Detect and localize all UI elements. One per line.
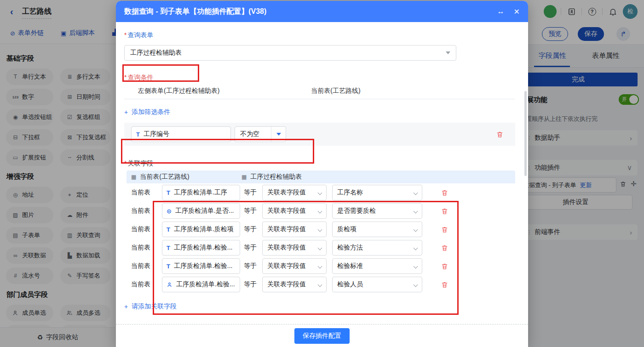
relation-value-select[interactable]: 工序名称: [332, 185, 422, 200]
delete-row-icon[interactable]: [441, 207, 448, 215]
delete-row-icon[interactable]: [441, 189, 448, 197]
text-field-icon: T: [167, 226, 170, 233]
delete-row-icon[interactable]: [441, 226, 448, 233]
plus-icon: +: [124, 303, 128, 310]
save-plugin-config-button[interactable]: 保存插件配置: [294, 328, 350, 344]
relation-mid-select[interactable]: 关联表字段值: [262, 277, 327, 292]
add-relation-field-link[interactable]: + 请添加关联字段: [124, 302, 177, 311]
person-field-icon: [167, 282, 172, 288]
relation-row: 当前表 T工序质检清单.工序 等于 关联表字段值 工序名称: [126, 183, 515, 202]
chevron-down-icon: [414, 264, 418, 268]
dropdown-arrow-icon: [446, 51, 450, 54]
divider: [124, 99, 515, 99]
grid-icon: ▦: [242, 174, 247, 180]
chevron-down-icon: [414, 282, 418, 287]
query-form-value: 工序过程检辅助表: [130, 49, 182, 57]
relation-value-select[interactable]: 检验标准: [332, 258, 422, 274]
text-field-icon: T: [167, 189, 170, 196]
relation-right-table: 工序过程检辅助表: [250, 173, 302, 181]
relation-row: 当前表 T工序质检清单.检验... 等于 关联表字段值 检验方法: [126, 239, 515, 257]
text-field-icon: T: [167, 245, 170, 251]
relation-row: 当前表 T工序质检清单.质检项 等于 关联表字段值 质检项: [126, 220, 515, 239]
relation-table: ▦ 当前表(工艺路线) ▦ 工序过程检辅助表 当前表 T工序质检清单.工序 等于…: [126, 171, 515, 294]
delete-row-icon[interactable]: [441, 262, 448, 270]
relation-field-input[interactable]: T工序质检清单.工序: [162, 185, 240, 200]
chevron-down-icon: [318, 190, 322, 195]
text-field-icon: T: [136, 131, 140, 138]
chevron-down-icon: [414, 245, 418, 250]
chevron-down-icon: [318, 245, 322, 250]
relation-field-input[interactable]: T工序质检清单.质检项: [162, 222, 240, 237]
relation-field-input[interactable]: T工序质检清单.检验...: [162, 258, 240, 274]
query-form-label: 查询表单: [124, 22, 515, 40]
relation-row: 当前表 T工序质检清单.检验... 等于 关联表字段值 检验标准: [126, 257, 515, 275]
condition-right-header: 当前表(工艺路线): [311, 87, 360, 95]
relation-row: 当前表 工序质检清单.检验... 等于 关联表字段值 检验人员: [126, 275, 515, 294]
relation-table-header: ▦ 当前表(工艺路线) ▦ 工序过程检辅助表: [126, 171, 515, 183]
expand-icon[interactable]: ↔: [497, 7, 505, 16]
chevron-down-icon: [318, 209, 322, 213]
relation-field-input[interactable]: T工序质检清单.检验...: [162, 240, 240, 256]
chevron-down-icon: [318, 264, 322, 268]
delete-row-icon[interactable]: [441, 244, 448, 252]
chevron-down-icon: [414, 227, 418, 232]
relation-field-input[interactable]: ⊙工序质检清单.是否...: [162, 203, 240, 219]
filter-operator-select[interactable]: 不为空: [235, 126, 286, 142]
filter-condition-row: T 工序编号 不为空: [124, 123, 515, 146]
relation-mid-select[interactable]: 关联表字段值: [262, 240, 327, 256]
chevron-down-icon: [414, 209, 418, 213]
chevron-down-icon: [414, 190, 418, 195]
relation-value-select[interactable]: 检验方法: [332, 240, 422, 256]
relation-row: 当前表 ⊙工序质检清单.是否... 等于 关联表字段值 是否需要质检: [126, 202, 515, 220]
query-condition-label: 查询条件: [124, 61, 515, 82]
plugin-config-modal: 数据查询 - 到子表单【功能插件配置】(V38) ↔ ✕ 查询表单 工序过程检辅…: [116, 1, 528, 347]
relation-value-select[interactable]: 质检项: [332, 222, 422, 237]
condition-left-header: 左侧表单(工序过程检辅助表): [138, 87, 219, 95]
operator-dropdown-button[interactable]: [271, 127, 286, 142]
relation-mid-select[interactable]: 关联表字段值: [262, 203, 327, 219]
dropdown-arrow-icon: [276, 133, 281, 136]
relation-value-select[interactable]: 是否需要质检: [332, 203, 422, 219]
query-form-select[interactable]: 工序过程检辅助表: [124, 45, 456, 61]
app-root: ‹ 工艺路线 ? 检 ⊘ 表单外链 ▣ 后端脚本 ▟: [0, 0, 644, 347]
text-field-icon: T: [167, 263, 170, 270]
condition-headers: 左侧表单(工序过程检辅助表) 当前表(工艺路线): [124, 87, 515, 95]
add-filter-condition-link[interactable]: + 添加筛选条件: [124, 108, 170, 116]
modal-body: 查询表单 工序过程检辅助表 查询条件 左侧表单(工序过程检辅助表) 当前表(工艺…: [116, 22, 528, 324]
delete-row-icon[interactable]: [441, 281, 448, 289]
relation-value-select[interactable]: 检验人员: [332, 277, 422, 292]
delete-filter-icon[interactable]: [496, 131, 504, 138]
relation-field-label: 关联字段: [124, 146, 515, 168]
relation-mid-select[interactable]: 关联表字段值: [262, 185, 327, 200]
filter-field-input[interactable]: T 工序编号: [131, 126, 231, 142]
modal-title: 数据查询 - 到子表单【功能插件配置】(V38): [124, 7, 266, 17]
chevron-down-icon: [318, 282, 322, 287]
modal-footer: 保存插件配置: [116, 324, 528, 347]
grid-icon: ▦: [131, 174, 136, 180]
chevron-down-icon: [318, 227, 322, 232]
plus-icon: +: [124, 108, 128, 116]
relation-mid-select[interactable]: 关联表字段值: [262, 222, 327, 237]
modal-header: 数据查询 - 到子表单【功能插件配置】(V38) ↔ ✕: [116, 1, 528, 22]
close-icon[interactable]: ✕: [514, 7, 520, 16]
relation-mid-select[interactable]: 关联表字段值: [262, 258, 327, 274]
radio-field-icon: ⊙: [167, 208, 172, 215]
relation-left-table: 当前表(工艺路线): [140, 173, 189, 181]
modal-scrollbar[interactable]: [524, 91, 527, 176]
relation-field-input[interactable]: 工序质检清单.检验...: [162, 277, 240, 292]
